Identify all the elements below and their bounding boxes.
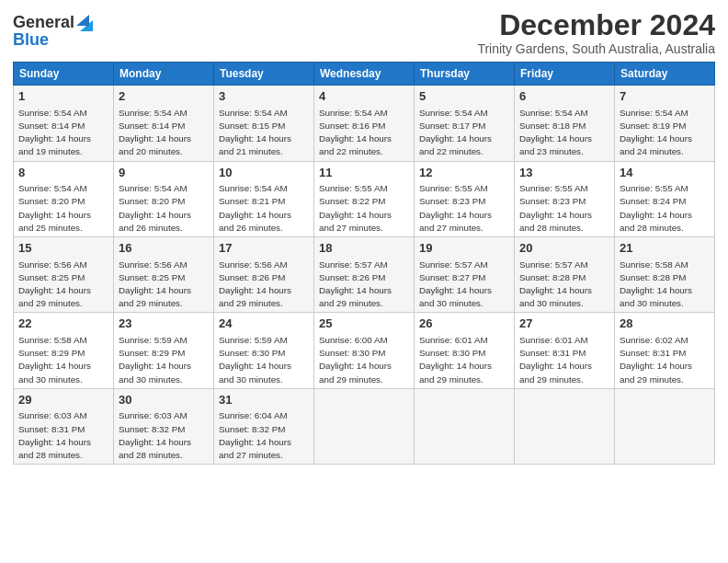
day-cell: 7Sunrise: 5:54 AM Sunset: 8:19 PM Daylig… xyxy=(615,86,715,161)
day-info: Sunrise: 6:03 AM Sunset: 8:32 PM Dayligh… xyxy=(119,410,191,460)
day-cell: 22Sunrise: 5:58 AM Sunset: 8:29 PM Dayli… xyxy=(14,313,114,388)
day-cell: 4Sunrise: 5:54 AM Sunset: 8:16 PM Daylig… xyxy=(314,86,415,161)
day-info: Sunrise: 5:55 AM Sunset: 8:23 PM Dayligh… xyxy=(519,183,592,233)
day-info: Sunrise: 5:54 AM Sunset: 8:18 PM Dayligh… xyxy=(519,108,592,157)
day-cell xyxy=(515,388,615,464)
header-cell-monday: Monday xyxy=(114,63,214,86)
week-row-3: 15Sunrise: 5:56 AM Sunset: 8:25 PM Dayli… xyxy=(14,237,715,313)
day-cell: 10Sunrise: 5:54 AM Sunset: 8:21 PM Dayli… xyxy=(214,161,314,236)
day-info: Sunrise: 5:59 AM Sunset: 8:30 PM Dayligh… xyxy=(219,335,291,385)
day-number: 31 xyxy=(219,392,309,408)
day-cell: 8Sunrise: 5:54 AM Sunset: 8:20 PM Daylig… xyxy=(14,161,114,236)
week-row-2: 8Sunrise: 5:54 AM Sunset: 8:20 PM Daylig… xyxy=(14,161,715,236)
day-number: 17 xyxy=(219,240,309,257)
day-number: 24 xyxy=(219,316,309,332)
day-number: 20 xyxy=(519,240,609,257)
calendar-table: SundayMondayTuesdayWednesdayThursdayFrid… xyxy=(13,62,715,465)
day-number: 9 xyxy=(119,165,209,181)
day-info: Sunrise: 5:58 AM Sunset: 8:29 PM Dayligh… xyxy=(18,335,91,385)
day-number: 21 xyxy=(620,240,710,257)
week-row-4: 22Sunrise: 5:58 AM Sunset: 8:29 PM Dayli… xyxy=(14,313,715,388)
day-cell: 3Sunrise: 5:54 AM Sunset: 8:15 PM Daylig… xyxy=(214,86,314,161)
day-cell: 19Sunrise: 5:57 AM Sunset: 8:27 PM Dayli… xyxy=(415,237,515,313)
header-cell-wednesday: Wednesday xyxy=(314,63,415,86)
day-number: 19 xyxy=(419,240,509,257)
day-number: 4 xyxy=(319,88,409,105)
day-info: Sunrise: 5:57 AM Sunset: 8:28 PM Dayligh… xyxy=(519,259,592,309)
day-info: Sunrise: 5:54 AM Sunset: 8:15 PM Dayligh… xyxy=(219,108,291,157)
day-cell: 17Sunrise: 5:56 AM Sunset: 8:26 PM Dayli… xyxy=(214,237,314,313)
day-number: 1 xyxy=(18,88,108,105)
day-number: 6 xyxy=(519,88,609,105)
day-cell: 24Sunrise: 5:59 AM Sunset: 8:30 PM Dayli… xyxy=(214,313,314,388)
day-info: Sunrise: 5:54 AM Sunset: 8:20 PM Dayligh… xyxy=(119,183,191,233)
day-info: Sunrise: 5:54 AM Sunset: 8:21 PM Dayligh… xyxy=(219,183,291,233)
header-cell-thursday: Thursday xyxy=(415,63,515,86)
day-info: Sunrise: 5:55 AM Sunset: 8:22 PM Dayligh… xyxy=(319,183,392,233)
day-number: 2 xyxy=(119,88,209,105)
header: General Blue December 2024 Trinity Garde… xyxy=(13,9,715,56)
day-info: Sunrise: 5:56 AM Sunset: 8:25 PM Dayligh… xyxy=(18,259,91,309)
day-cell: 25Sunrise: 6:00 AM Sunset: 8:30 PM Dayli… xyxy=(314,313,415,388)
day-cell: 27Sunrise: 6:01 AM Sunset: 8:31 PM Dayli… xyxy=(515,313,615,388)
week-row-5: 29Sunrise: 6:03 AM Sunset: 8:31 PM Dayli… xyxy=(14,388,715,464)
day-info: Sunrise: 5:54 AM Sunset: 8:14 PM Dayligh… xyxy=(119,108,191,157)
svg-marker-1 xyxy=(76,15,89,26)
header-cell-tuesday: Tuesday xyxy=(214,63,314,86)
day-cell: 6Sunrise: 5:54 AM Sunset: 8:18 PM Daylig… xyxy=(515,86,615,161)
day-cell: 1Sunrise: 5:54 AM Sunset: 8:14 PM Daylig… xyxy=(14,86,114,161)
logo-text: General Blue xyxy=(13,13,93,50)
day-number: 8 xyxy=(18,165,108,181)
day-info: Sunrise: 6:02 AM Sunset: 8:31 PM Dayligh… xyxy=(620,335,692,385)
day-number: 14 xyxy=(620,165,710,181)
day-cell: 21Sunrise: 5:58 AM Sunset: 8:28 PM Dayli… xyxy=(615,237,715,313)
page-container: General Blue December 2024 Trinity Garde… xyxy=(0,0,728,472)
day-info: Sunrise: 5:58 AM Sunset: 8:28 PM Dayligh… xyxy=(620,259,692,309)
day-info: Sunrise: 5:56 AM Sunset: 8:26 PM Dayligh… xyxy=(219,259,291,309)
day-cell: 5Sunrise: 5:54 AM Sunset: 8:17 PM Daylig… xyxy=(415,86,515,161)
day-info: Sunrise: 6:04 AM Sunset: 8:32 PM Dayligh… xyxy=(219,410,291,460)
day-number: 29 xyxy=(18,392,108,408)
day-cell: 2Sunrise: 5:54 AM Sunset: 8:14 PM Daylig… xyxy=(114,86,214,161)
day-number: 25 xyxy=(319,316,409,332)
calendar-body: 1Sunrise: 5:54 AM Sunset: 8:14 PM Daylig… xyxy=(14,86,715,465)
day-number: 26 xyxy=(419,316,509,332)
header-cell-sunday: Sunday xyxy=(14,63,114,86)
day-info: Sunrise: 5:56 AM Sunset: 8:25 PM Dayligh… xyxy=(119,259,191,309)
main-title: December 2024 xyxy=(477,9,715,41)
day-cell: 15Sunrise: 5:56 AM Sunset: 8:25 PM Dayli… xyxy=(14,237,114,313)
day-cell xyxy=(615,388,715,464)
day-cell: 29Sunrise: 6:03 AM Sunset: 8:31 PM Dayli… xyxy=(14,388,114,464)
day-number: 18 xyxy=(319,240,409,257)
day-number: 16 xyxy=(119,240,209,257)
day-cell xyxy=(314,388,415,464)
logo-icon xyxy=(76,13,93,31)
day-info: Sunrise: 5:55 AM Sunset: 8:24 PM Dayligh… xyxy=(620,183,692,233)
day-cell: 12Sunrise: 5:55 AM Sunset: 8:23 PM Dayli… xyxy=(415,161,515,236)
day-number: 7 xyxy=(620,88,710,105)
logo: General Blue xyxy=(13,13,93,50)
day-cell: 30Sunrise: 6:03 AM Sunset: 8:32 PM Dayli… xyxy=(114,388,214,464)
day-cell: 14Sunrise: 5:55 AM Sunset: 8:24 PM Dayli… xyxy=(615,161,715,236)
day-info: Sunrise: 6:03 AM Sunset: 8:31 PM Dayligh… xyxy=(18,410,91,460)
day-number: 11 xyxy=(319,165,409,181)
day-info: Sunrise: 5:54 AM Sunset: 8:20 PM Dayligh… xyxy=(18,183,91,233)
day-cell: 31Sunrise: 6:04 AM Sunset: 8:32 PM Dayli… xyxy=(214,388,314,464)
day-number: 22 xyxy=(18,316,108,332)
day-number: 23 xyxy=(119,316,209,332)
day-info: Sunrise: 5:54 AM Sunset: 8:14 PM Dayligh… xyxy=(18,108,91,157)
day-cell: 20Sunrise: 5:57 AM Sunset: 8:28 PM Dayli… xyxy=(515,237,615,313)
day-cell: 23Sunrise: 5:59 AM Sunset: 8:29 PM Dayli… xyxy=(114,313,214,388)
day-info: Sunrise: 5:57 AM Sunset: 8:27 PM Dayligh… xyxy=(419,259,492,309)
header-cell-friday: Friday xyxy=(515,63,615,86)
day-cell: 11Sunrise: 5:55 AM Sunset: 8:22 PM Dayli… xyxy=(314,161,415,236)
sub-title: Trinity Gardens, South Australia, Austra… xyxy=(477,41,715,56)
day-cell: 18Sunrise: 5:57 AM Sunset: 8:26 PM Dayli… xyxy=(314,237,415,313)
day-info: Sunrise: 6:01 AM Sunset: 8:31 PM Dayligh… xyxy=(519,335,592,385)
day-number: 27 xyxy=(519,316,609,332)
day-info: Sunrise: 5:55 AM Sunset: 8:23 PM Dayligh… xyxy=(419,183,492,233)
week-row-1: 1Sunrise: 5:54 AM Sunset: 8:14 PM Daylig… xyxy=(14,86,715,161)
day-number: 3 xyxy=(219,88,309,105)
header-cell-saturday: Saturday xyxy=(615,63,715,86)
day-info: Sunrise: 5:54 AM Sunset: 8:16 PM Dayligh… xyxy=(319,108,392,157)
